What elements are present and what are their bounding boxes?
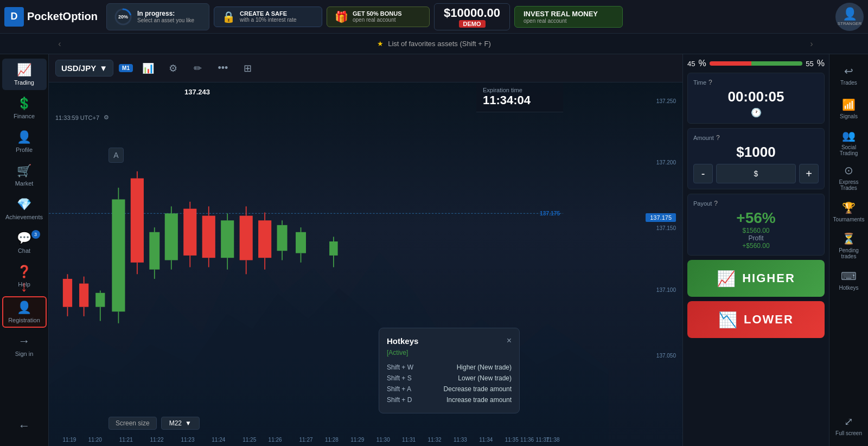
invest-button[interactable]: INVEST REAL MONEY open real account [514, 6, 623, 28]
fr-item-signals[interactable]: 📶 Signals [831, 92, 867, 125]
hotkeys-status: [Active] [387, 349, 512, 356]
amount-plus-button[interactable]: + [799, 164, 819, 183]
payout-profit-val: +$560.00 [693, 242, 819, 250]
chart-toolbar: USD/JPY ▼ M1 📊 ⚙ ✏ ••• ⊞ [49, 54, 682, 82]
fr-item-express-trades[interactable]: ⊙ Express Trades [831, 161, 867, 194]
help-icon: ❓ [17, 265, 31, 279]
back-icon: ← [18, 419, 30, 433]
bonus-button[interactable]: 🎁 GET 50% BONUS open real account [327, 7, 430, 27]
x-axis: 11:19 11:20 11:21 11:22 11:23 11:24 11:2… [49, 433, 563, 446]
sidebar-item-profile[interactable]: 👤 Profile [2, 126, 47, 157]
pct-down: 45 [687, 60, 695, 68]
settings-button[interactable]: ⚙ [163, 59, 183, 78]
tournaments-icon: 🏆 [842, 201, 856, 214]
svg-text:137.175: 137.175 [540, 211, 560, 216]
svg-rect-5 [63, 279, 72, 307]
logo-area: D PocketOption [4, 7, 102, 27]
chart-area: USD/JPY ▼ M1 📊 ⚙ ✏ ••• ⊞ 11:33:59 UTC+7 … [49, 54, 682, 446]
grid-button[interactable]: ⊞ [238, 59, 258, 78]
payout-profit-amount: $1560.00 [693, 227, 819, 234]
x-label-7: 11:25 [242, 437, 256, 443]
x-label-2: 11:20 [88, 437, 102, 443]
payout-section: Payout ? +56% $1560.00 Profit +$560.00 [687, 194, 825, 256]
create-safe-button[interactable]: 🔒 CREATE A SAFE with a 10% interest rate [214, 7, 322, 27]
pencil-button[interactable]: ✏ [188, 59, 208, 78]
chart-canvas: 11:33:59 UTC+7 ⚙ A 137.243 [49, 82, 682, 446]
hotkeys-title: Hotkeys [387, 336, 418, 346]
nav-arrow-left[interactable]: ‹ [52, 34, 67, 54]
chart-time-info: 11:33:59 UTC+7 ⚙ [55, 114, 109, 121]
svg-rect-14 [112, 199, 125, 311]
time-section: Time ? 00:00:05 🕐 [687, 73, 825, 124]
sidebar-item-market[interactable]: 🛒 Market [2, 160, 47, 191]
hotkey-row-2: Shift + S Lower (New trade) [387, 373, 512, 384]
trading-icon: 📈 [17, 63, 31, 77]
favorites-bar[interactable]: ‹ ★ List of favorites assets (Shift + F)… [0, 34, 868, 54]
higher-button[interactable]: 📈 HIGHER [687, 260, 825, 297]
higher-icon: 📈 [717, 270, 737, 288]
sidebar-item-trading[interactable]: 📈 Trading [2, 59, 47, 90]
svg-rect-44 [296, 232, 306, 253]
signin-icon: → [18, 334, 30, 348]
lower-button[interactable]: 📉 LOWER [687, 301, 825, 338]
pct-green-bar [751, 61, 802, 66]
sidebar-item-registration[interactable]: 👤 Registration [2, 296, 47, 328]
x-label-15: 11:33 [454, 437, 467, 443]
screen-size-bar: Screen size M22 ▼ [108, 417, 200, 430]
x-label-9: 11:27 [299, 437, 312, 443]
registration-icon: 👤 [17, 301, 31, 315]
chart-annotation-a[interactable]: A [108, 148, 124, 163]
sidebar-item-back[interactable]: ← [2, 410, 47, 442]
x-label-12: 11:30 [376, 437, 390, 443]
fr-item-trades[interactable]: ↩ Trades [831, 59, 867, 91]
top-bar: D PocketOption 20% In progress:Select an… [0, 0, 868, 34]
nav-arrow-right[interactable]: › [804, 34, 819, 54]
avatar-button[interactable]: 👤 STRANGER [835, 3, 864, 31]
finance-icon: 💲 [17, 97, 31, 111]
svg-rect-23 [165, 213, 178, 260]
svg-rect-8 [79, 284, 88, 307]
pending-trades-icon: ⏳ [842, 232, 856, 245]
svg-rect-26 [183, 209, 196, 256]
sidebar-item-signin[interactable]: → Sign in [2, 330, 47, 361]
y-label-2: 137.200 [656, 160, 676, 165]
pct-up: 55 [806, 60, 813, 68]
asset-selector[interactable]: USD/JPY ▼ [55, 60, 113, 77]
sidebar-item-achievements[interactable]: 💎 Achievements [2, 193, 47, 225]
fr-item-social-trading[interactable]: 👥 Social Trading [831, 126, 867, 160]
candlestick-chart: 137.175 [49, 82, 563, 354]
payout-percentage: +56% [693, 209, 819, 227]
sidebar-item-finance[interactable]: 💲 Finance [2, 92, 47, 124]
signals-icon: 📶 [842, 98, 856, 111]
y-label-5: 137.050 [656, 352, 676, 358]
fr-item-hotkeys[interactable]: ⌨ Hotkeys [831, 264, 867, 296]
fr-item-pending-trades[interactable]: ⏳ Pending trades [831, 229, 867, 263]
pct-red-bar [710, 61, 751, 66]
fr-item-tournaments[interactable]: 🏆 Tournaments [831, 195, 867, 228]
hotkeys-icon: ⌨ [841, 270, 857, 283]
hotkeys-close-button[interactable]: × [507, 336, 512, 346]
fr-item-fullscreen[interactable]: ⤢ Full screen [831, 409, 867, 442]
settings-gear-icon[interactable]: ⚙ [104, 114, 109, 121]
hotkey-row-1: Shift + W Higher (New trade) [387, 362, 512, 373]
lower-icon: 📉 [718, 311, 738, 329]
currency-symbol[interactable]: $ [716, 164, 796, 183]
progress-badge[interactable]: 20% In progress:Select an asset you like [106, 3, 209, 30]
sidebar-item-chat[interactable]: 💬 Chat 3 [2, 227, 47, 258]
clock-icon[interactable]: 🕐 [751, 107, 762, 118]
hotkeys-popup: Hotkeys × [Active] Shift + W Higher (New… [379, 328, 520, 413]
more-button[interactable]: ••• [213, 59, 233, 78]
account-balance[interactable]: $10000.00 DEMO [434, 3, 510, 30]
svg-rect-41 [277, 225, 288, 251]
gift-icon: 🎁 [335, 10, 348, 23]
y-label-3: 137.150 [656, 225, 676, 231]
express-trades-icon: ⊙ [844, 164, 853, 177]
x-label-17: 11:35 [505, 437, 519, 443]
profile-icon: 👤 [17, 130, 31, 144]
x-label-5: 11:23 [181, 437, 194, 443]
bar-chart-button[interactable]: 📊 [138, 59, 158, 78]
hotkey-row-3: Shift + A Decrease trade amount [387, 384, 512, 394]
favorites-text: List of favorites assets (Shift + F) [388, 40, 491, 48]
timeframe-badge[interactable]: M1 [119, 64, 133, 72]
amount-minus-button[interactable]: - [693, 164, 713, 183]
